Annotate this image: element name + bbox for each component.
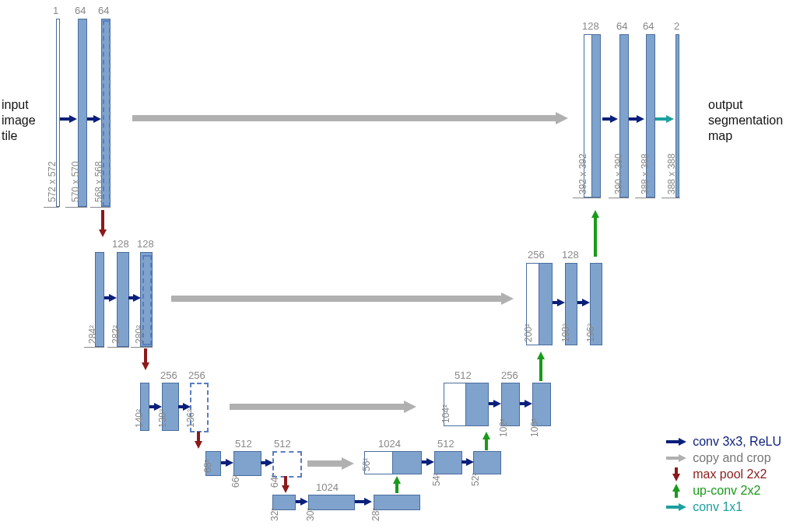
dim-r1-0: 392 x 392 xyxy=(577,153,588,194)
dim-l4-1: 30² xyxy=(305,508,316,521)
dim-r4-1: 54² xyxy=(431,473,442,486)
ch-l3-0: 512 xyxy=(235,438,252,450)
ch-r2-1: 128 xyxy=(562,249,579,261)
conv1x1-arrow xyxy=(655,115,674,123)
fmap-r2-b xyxy=(539,263,553,345)
ch-l0-1: 64 xyxy=(75,5,86,16)
dim-r3-1: 102² xyxy=(498,418,509,437)
fmap-r4-1 xyxy=(434,451,462,474)
ch-l1-0: 128 xyxy=(112,238,129,250)
legend-conv: conv 3x3, ReLU xyxy=(666,435,781,449)
ch-bridge: 1024 xyxy=(378,438,401,450)
conv-arrow xyxy=(461,458,474,466)
dim-l4-2: 28² xyxy=(370,508,381,521)
upconv-arrow xyxy=(591,210,599,257)
pool-arrow xyxy=(282,476,289,493)
skip-arrow xyxy=(307,457,354,470)
pool-arrow xyxy=(195,432,202,449)
ch-r3-0: 512 xyxy=(454,369,472,381)
pool-arrow xyxy=(99,210,107,237)
dim-l0-0: 572 x 572 xyxy=(47,161,58,202)
dim-r3-0: 104² xyxy=(440,404,451,423)
dim-r4-0: 56² xyxy=(361,458,372,471)
fmap-r3-b xyxy=(465,383,489,426)
ch-r1-1: 64 xyxy=(616,20,627,32)
conv-arrow xyxy=(60,115,77,123)
ch-r1-0: 128 xyxy=(582,20,599,32)
dim-r1-3: 388 x 388 xyxy=(666,153,677,194)
dim-r3-2: 100² xyxy=(529,418,540,437)
dim-r4-2: 52² xyxy=(470,473,481,486)
conv-arrow xyxy=(104,294,117,302)
ch-l0-0: 1 xyxy=(53,5,58,16)
ch-l0-2: 64 xyxy=(98,5,109,16)
conv-arrow xyxy=(296,498,308,506)
dim-r1-2: 388 x 388 xyxy=(640,153,651,194)
dim-l1-0: 284² xyxy=(87,325,98,344)
dim-l1-2: 280² xyxy=(134,325,145,344)
output-label: output segmentation map xyxy=(708,97,783,144)
conv-arrow xyxy=(355,498,372,506)
upconv-arrow xyxy=(482,432,490,450)
dim-l1-1: 282² xyxy=(111,325,121,344)
conv-arrow xyxy=(602,115,618,123)
dim-l2-1: 138² xyxy=(157,409,168,428)
ch-r3-1: 256 xyxy=(501,369,518,381)
conv-arrow xyxy=(261,459,273,467)
conv-arrow xyxy=(489,400,501,408)
conv-arrow xyxy=(128,294,141,302)
upconv-arrow xyxy=(393,476,401,493)
ch-l2-1: 256 xyxy=(188,369,205,381)
ch-r2-0: 256 xyxy=(528,249,545,261)
conv-arrow xyxy=(422,458,434,466)
input-label: input image tile xyxy=(2,97,36,144)
conv-arrow xyxy=(629,115,644,123)
dim-l0-1: 570 x 570 xyxy=(70,161,81,202)
legend-conv1: conv 1x1 xyxy=(666,500,781,514)
ch-r4b: 512 xyxy=(437,438,454,450)
dim-l3-0: 68² xyxy=(202,460,213,473)
fmap-l3-1 xyxy=(233,451,261,476)
dim-l3-1: 66² xyxy=(230,474,241,488)
conv-arrow xyxy=(553,299,565,306)
conv-arrow xyxy=(87,115,101,123)
conv-arrow xyxy=(520,400,532,408)
dim-l3-2: 64² xyxy=(269,474,280,488)
ch-l3-1: 512 xyxy=(274,438,291,450)
dim-l0-2: 568 x 568 xyxy=(93,161,104,202)
unet-diagram: input image tile output segmentation map… xyxy=(0,0,793,532)
ch-l1-1: 128 xyxy=(137,238,154,250)
fmap-r1-b xyxy=(591,34,601,198)
dim-l4-0: 32² xyxy=(269,508,280,521)
legend-copy: copy and crop xyxy=(666,451,781,465)
dim-r1-1: 390 x 390 xyxy=(613,153,624,194)
legend: conv 3x3, ReLU copy and crop max pool 2x… xyxy=(666,432,781,516)
fmap-r4-concat-b xyxy=(392,451,422,474)
conv-arrow xyxy=(577,299,590,306)
skip-arrow xyxy=(171,292,514,305)
ch-r1-2: 64 xyxy=(643,20,654,32)
pool-arrow xyxy=(142,348,149,370)
conv-arrow xyxy=(178,403,191,411)
skip-arrow xyxy=(132,112,568,124)
skip-arrow xyxy=(230,401,416,413)
dim-l2-0: 140² xyxy=(134,409,145,428)
dim-r2-0: 200² xyxy=(523,324,534,342)
fmap-r4-2 xyxy=(473,451,501,474)
ch-l2-0: 256 xyxy=(160,369,177,381)
legend-pool: max pool 2x2 xyxy=(666,467,781,481)
conv-arrow xyxy=(149,403,162,411)
dim-l2-2: 136² xyxy=(185,409,196,428)
conv-arrow xyxy=(221,459,233,467)
upconv-arrow xyxy=(537,352,545,381)
legend-upconv: up-conv 2x2 xyxy=(666,484,781,498)
dim-r2-1: 198² xyxy=(560,324,571,342)
ch-r1-3: 2 xyxy=(674,20,679,32)
ch-l4-0: 1024 xyxy=(316,481,339,493)
dim-r2-2: 196² xyxy=(585,324,596,342)
